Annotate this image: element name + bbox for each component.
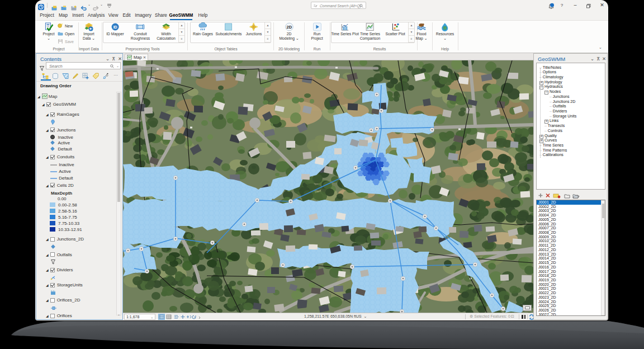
svg-text:ID: ID: [113, 25, 117, 29]
svg-text:2D: 2D: [286, 25, 292, 30]
